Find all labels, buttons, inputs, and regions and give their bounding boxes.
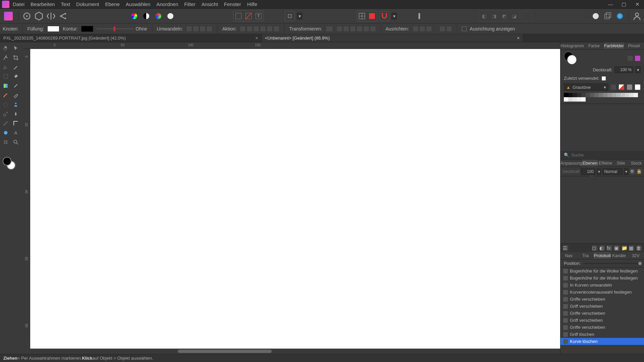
swatch[interactable]: [573, 93, 577, 97]
history-row[interactable]: Griff verschieben: [560, 317, 644, 324]
shape-tool-icon[interactable]: [1, 100, 11, 109]
account-icon[interactable]: [632, 11, 642, 21]
cube-icon[interactable]: [34, 11, 44, 21]
transparency-tool-icon[interactable]: [11, 81, 21, 90]
brush-tool-icon[interactable]: [1, 90, 11, 100]
palette-white-icon[interactable]: [635, 84, 641, 90]
layer-lock-icon[interactable]: 🔒: [636, 169, 642, 175]
menu-ebene[interactable]: Ebene: [105, 1, 119, 7]
stroke-swatch[interactable]: [81, 26, 93, 32]
convert-4-button[interactable]: [206, 26, 212, 32]
history-row[interactable]: Bogenhöhe für die Wolke festlegen: [560, 275, 644, 282]
grid-icon[interactable]: [358, 12, 366, 20]
tab-stile[interactable]: Stile: [613, 160, 629, 167]
swatch[interactable]: [573, 97, 577, 102]
transform-2-button[interactable]: [343, 26, 349, 32]
smudge-tool-icon[interactable]: [11, 109, 21, 119]
swatch[interactable]: [581, 93, 586, 97]
swatch[interactable]: [599, 93, 603, 97]
action-4-button[interactable]: [260, 26, 266, 32]
mirror-icon[interactable]: [46, 11, 56, 21]
group-icon[interactable]: ▣: [614, 245, 620, 251]
tab-histogramm[interactable]: Histogramm: [560, 42, 584, 49]
bw-circle-icon[interactable]: [141, 11, 151, 21]
action-5-button[interactable]: [267, 26, 273, 32]
layer-opacity-value[interactable]: 100 %: [581, 168, 595, 175]
cloud-3-icon[interactable]: [615, 11, 625, 21]
swatch[interactable]: [577, 97, 581, 102]
stroke-width-slider[interactable]: [97, 28, 133, 29]
swatch[interactable]: [564, 97, 568, 102]
document-tab-1[interactable]: PXL_20230105_140800269.PORTRAIT.jpg [Geä…: [0, 34, 262, 42]
pen-tool-icon[interactable]: [1, 62, 11, 72]
person-tool-icon[interactable]: [11, 100, 21, 109]
text-tool-icon[interactable]: A: [11, 128, 21, 137]
color-swatch-pair[interactable]: [3, 157, 16, 170]
document-tab-2[interactable]: <Unbenannt> [Geändert] (86.9%) ×: [262, 34, 523, 42]
magnet-icon[interactable]: [379, 11, 389, 21]
history-row[interactable]: In Kurven umwandeln: [560, 282, 644, 289]
tab-tra[interactable]: Tra: [577, 252, 594, 259]
tab-1-close-icon[interactable]: ×: [245, 36, 258, 41]
layers-menu-icon[interactable]: ☰: [562, 245, 569, 251]
show-alignment-checkbox[interactable]: [462, 26, 467, 31]
maximize-button[interactable]: ▢: [617, 0, 631, 9]
palette-grey-icon[interactable]: [627, 84, 633, 90]
menu-dokument[interactable]: Dokument: [76, 1, 99, 7]
opacity-value[interactable]: 100 %: [614, 66, 633, 73]
tab-2-close-icon[interactable]: ×: [507, 36, 520, 41]
clone-tool-icon[interactable]: [1, 109, 11, 119]
tab-stock[interactable]: Stock: [629, 160, 644, 167]
swatch[interactable]: [564, 93, 568, 97]
swatch[interactable]: [612, 93, 616, 97]
corner-tool-icon[interactable]: [11, 119, 21, 128]
align-2-button[interactable]: [419, 26, 425, 32]
rgb-circle-icon[interactable]: [153, 11, 163, 21]
tab-effekte[interactable]: Effekte: [598, 160, 613, 167]
tab-kanaele[interactable]: Kanäle: [611, 252, 628, 259]
swatch[interactable]: [629, 93, 634, 97]
transform-4-button[interactable]: [357, 26, 363, 32]
layer-opacity-dropdown[interactable]: ▾: [597, 168, 601, 175]
transform-5-button[interactable]: [363, 26, 369, 32]
target-icon[interactable]: [22, 11, 32, 21]
tab-ebenen[interactable]: Ebenen: [582, 160, 598, 167]
cloud-1-icon[interactable]: [591, 11, 601, 21]
rect-marquee-tool-icon[interactable]: [1, 72, 11, 81]
tab-pinsel[interactable]: Pinsel: [624, 42, 644, 49]
history-row[interactable]: Griff verschieben: [560, 303, 644, 310]
layers-list[interactable]: [560, 176, 644, 243]
action-2-button[interactable]: [247, 26, 253, 32]
tab-32v[interactable]: 32V: [627, 252, 644, 259]
convert-1-button[interactable]: [186, 26, 192, 32]
transform-1-button[interactable]: [336, 26, 342, 32]
search-input[interactable]: [571, 153, 641, 158]
action-1-button[interactable]: [240, 26, 246, 32]
history-row[interactable]: Griffe verschieben: [560, 324, 644, 331]
hand-tool-icon[interactable]: [1, 44, 11, 53]
swatch[interactable]: [625, 93, 629, 97]
convert-2-button[interactable]: [193, 26, 199, 32]
horizontal-scrollbar[interactable]: [23, 349, 560, 354]
menu-fenster[interactable]: Fenster: [224, 1, 241, 7]
mesh-tool-icon[interactable]: [1, 137, 11, 147]
persona-photo-icon[interactable]: [4, 12, 13, 20]
swatch[interactable]: [568, 93, 573, 97]
autolayout-icon[interactable]: [285, 11, 295, 21]
swatch[interactable]: [603, 93, 607, 97]
tab-anpassung[interactable]: Anpassung: [560, 160, 582, 167]
tab-farbfelder[interactable]: Farbfelder: [604, 42, 624, 49]
transform-3-button[interactable]: [350, 26, 356, 32]
history-row[interactable]: Bogenhöhe für die Wolke festlegen: [560, 267, 644, 275]
foreground-color-swatch[interactable]: [3, 157, 11, 166]
transform-6-button[interactable]: [370, 26, 376, 32]
cloud-2-icon[interactable]: [603, 11, 613, 21]
menu-ansicht[interactable]: Ansicht: [202, 1, 218, 7]
swatch[interactable]: [616, 93, 621, 97]
flood-fill-tool-icon[interactable]: [11, 72, 21, 81]
opacity-dropdown[interactable]: ▾: [635, 66, 641, 73]
fx-icon[interactable]: fx: [606, 245, 612, 251]
swatch[interactable]: [577, 93, 581, 97]
swatch[interactable]: [586, 93, 590, 97]
swatch[interactable]: [594, 93, 599, 97]
